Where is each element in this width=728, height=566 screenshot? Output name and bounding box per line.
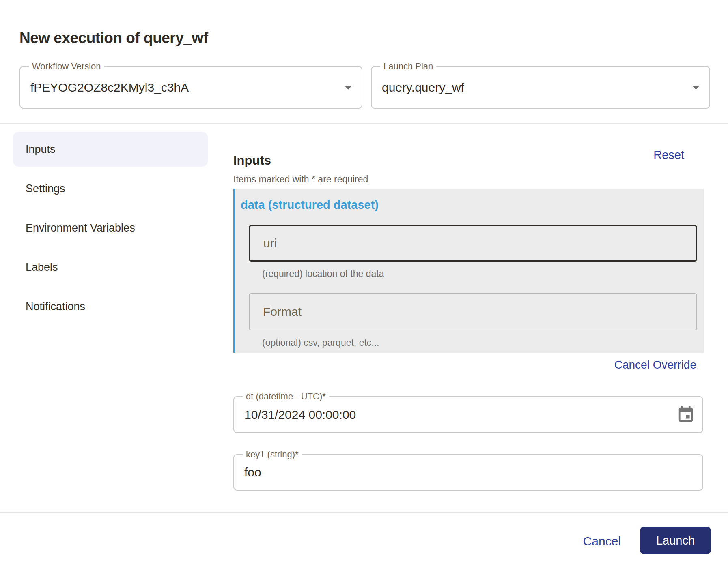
launch-plan-select[interactable]: Launch Plan query.query_wf: [371, 66, 710, 109]
reset-button[interactable]: Reset: [653, 148, 684, 162]
chevron-down-icon: [688, 80, 704, 95]
format-input[interactable]: [249, 293, 697, 330]
uri-input[interactable]: [249, 225, 697, 262]
sidebar-item-inputs[interactable]: Inputs: [13, 132, 208, 167]
new-execution-dialog: New execution of query_wf Workflow Versi…: [0, 0, 728, 566]
cancel-override-button[interactable]: Cancel Override: [614, 358, 696, 371]
required-note: Items marked with * are required: [233, 174, 368, 185]
sidebar-item-settings[interactable]: Settings: [13, 171, 208, 206]
uri-helper-text: (required) location of the data: [262, 268, 384, 279]
sidebar-item-notifications[interactable]: Notifications: [13, 289, 208, 324]
sidebar-item-label: Settings: [26, 182, 65, 195]
sidebar-item-label: Labels: [26, 261, 58, 274]
sidebar-item-labels[interactable]: Labels: [13, 250, 208, 285]
chevron-down-icon: [340, 80, 356, 95]
sidebar-item-label: Notifications: [26, 300, 85, 313]
launch-button[interactable]: Launch: [640, 527, 711, 554]
calendar-icon: [676, 405, 695, 424]
workflow-version-label: Workflow Version: [29, 61, 104, 72]
sidebar-item-label: Environment Variables: [26, 222, 135, 234]
open-datepicker-button[interactable]: [676, 405, 695, 424]
structured-dataset-card: data (structured dataset) (required) loc…: [233, 189, 704, 353]
launch-form-sidebar: Inputs Settings Environment Variables La…: [13, 132, 208, 328]
launch-plan-value: query.query_wf: [382, 81, 464, 94]
dt-datetime-field: dt (datetime - UTC)*: [233, 396, 703, 433]
launch-plan-label: Launch Plan: [380, 61, 436, 72]
dataset-field-label: data (structured dataset): [241, 198, 379, 212]
sidebar-item-environment-variables[interactable]: Environment Variables: [13, 210, 208, 245]
workflow-version-value: fPEYOG2OZ8c2KMyl3_c3hA: [30, 81, 189, 94]
key1-input[interactable]: [234, 455, 702, 490]
sidebar-item-label: Inputs: [26, 143, 56, 156]
top-divider: [0, 123, 728, 124]
footer-divider: [0, 512, 728, 513]
format-helper-text: (optional) csv, parquet, etc...: [262, 337, 379, 348]
key1-string-field: key1 (string)*: [233, 454, 703, 491]
dialog-title: New execution of query_wf: [19, 30, 208, 47]
dt-input[interactable]: [234, 397, 702, 432]
inputs-section-heading: Inputs: [233, 153, 271, 168]
cancel-button[interactable]: Cancel: [583, 534, 621, 548]
workflow-version-select[interactable]: Workflow Version fPEYOG2OZ8c2KMyl3_c3hA: [19, 66, 362, 109]
